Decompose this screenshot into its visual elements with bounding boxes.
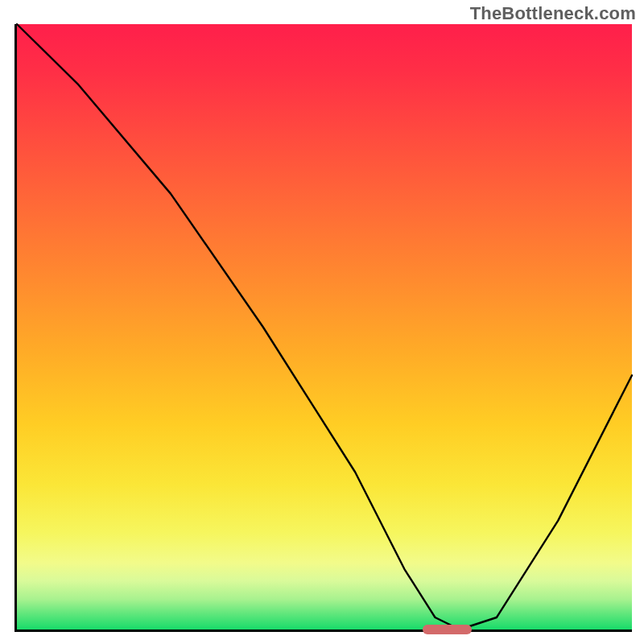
watermark-text: TheBottleneck.com (470, 3, 636, 24)
plot-area (14, 24, 632, 632)
chart-container: TheBottleneck.com (0, 0, 644, 644)
line-series (17, 24, 632, 630)
optimal-range-marker (423, 625, 472, 634)
